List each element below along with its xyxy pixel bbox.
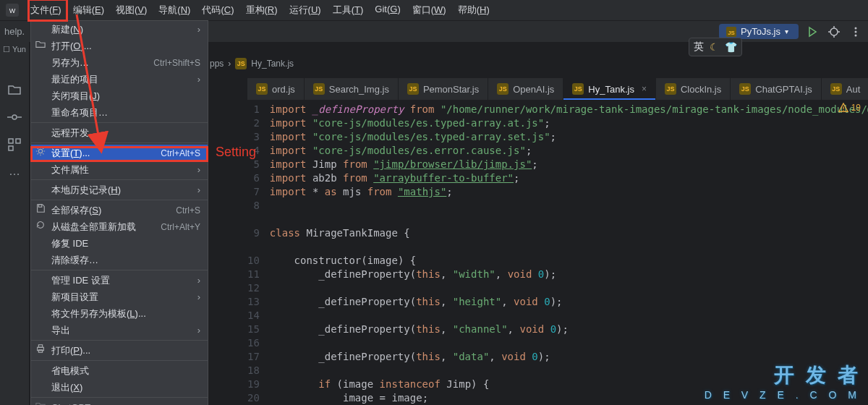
menubar: W 文件(F)编辑(E)视图(V)导航(N)代码(C)重构(R)运行(U)工具(… <box>0 0 868 20</box>
rail-project-label: ☐ Yun <box>0 45 29 54</box>
tab-PemonStar.js[interactable]: JSPemonStar.js <box>399 78 488 100</box>
menu-item-省电模式[interactable]: 省电模式 <box>31 362 208 379</box>
moon-icon[interactable]: ☾ <box>710 41 719 53</box>
menu-导航[interactable]: 导航(N) <box>153 1 196 20</box>
svg-rect-20 <box>38 205 41 208</box>
menu-item-ChatGPT[interactable]: ChatGPT <box>31 399 208 405</box>
breadcrumb-seg: pps <box>210 59 224 69</box>
menu-item-新项目设置[interactable]: 新项目设置› <box>31 289 208 305</box>
chevron-right-icon: › <box>197 275 200 286</box>
menu-item-导出[interactable]: 导出› <box>31 322 208 338</box>
tab-ord.js[interactable]: JSord.js <box>247 78 305 100</box>
menu-item-另存为…[interactable]: 另存为…Ctrl+Shift+S <box>31 54 208 71</box>
tab-Hy_Tank.js[interactable]: JSHy_Tank.js× <box>563 78 656 100</box>
debug-button[interactable] <box>826 24 842 40</box>
menu-item-全部保存[interactable]: 全部保存(S)Ctrl+S <box>31 202 208 218</box>
menu-item-从磁盘全部重新加载[interactable]: 从磁盘全部重新加载Ctrl+Alt+Y <box>31 218 208 235</box>
chevron-down-icon: ▾ <box>785 27 788 35</box>
menu-item-最近的项目[interactable]: 最近的项目› <box>31 71 208 88</box>
menu-item-清除缓存…[interactable]: 清除缓存… <box>31 252 208 268</box>
menu-代码[interactable]: 代码(C) <box>196 1 239 20</box>
menu-重构[interactable]: 重构(R) <box>240 1 284 20</box>
menu-item-将文件另存为模板[interactable]: 将文件另存为模板(L)... <box>31 305 208 322</box>
tab-label: Aut <box>846 84 861 95</box>
chevron-right-icon: › <box>197 291 200 302</box>
shirt-icon[interactable]: 👕 <box>725 41 737 53</box>
run-config-selector[interactable]: JS PyToJs.js ▾ <box>719 24 799 39</box>
tab-ClockIn.js[interactable]: JSClockIn.js <box>656 78 731 100</box>
svg-rect-16 <box>9 139 13 143</box>
js-file-icon: JS <box>572 83 584 95</box>
menu-separator <box>31 360 208 361</box>
js-file-icon: JS <box>665 83 676 95</box>
menu-item-退出[interactable]: 退出(X) <box>31 379 208 396</box>
watermark: 开 发 者 D E V Z E . C O M <box>705 362 861 401</box>
tab-label: Hy_Tank.js <box>588 84 634 95</box>
menu-视图[interactable]: 视图(V) <box>110 1 153 20</box>
ime-lang[interactable]: 英 <box>694 40 704 54</box>
ime-toolbar[interactable]: 英 ☾ 👕 <box>689 38 742 56</box>
more-button[interactable] <box>848 24 864 40</box>
menu-item-本地历史记录[interactable]: 本地历史记录(H)› <box>31 182 208 198</box>
menu-窗口[interactable]: 窗口(W) <box>407 1 452 20</box>
menu-separator <box>31 270 208 270</box>
chevron-right-icon: › <box>197 164 200 175</box>
js-file-icon: JS <box>497 83 509 95</box>
menu-item-重命名项目…[interactable]: 重命名项目… <box>31 104 208 121</box>
menu-separator <box>31 179 208 180</box>
project-name: help. <box>4 26 25 37</box>
menu-item-远程开发…[interactable]: 远程开发… <box>31 124 208 141</box>
js-file-icon: JS <box>739 83 751 95</box>
problems-count: 19 <box>851 103 861 113</box>
menu-item-关闭项目[interactable]: 关闭项目(J) <box>31 88 208 104</box>
close-icon[interactable]: × <box>642 84 647 94</box>
commit-tool-icon[interactable] <box>7 110 22 124</box>
menu-item-打开[interactable]: 打开(O)... <box>31 38 208 54</box>
svg-text:W: W <box>9 7 16 14</box>
tab-OpenAI.js[interactable]: JSOpenAI.js <box>488 78 563 100</box>
menu-文件[interactable]: 文件(F) <box>25 1 67 20</box>
reload-icon <box>35 220 47 231</box>
problems-indicator[interactable]: 19 <box>838 103 861 113</box>
menu-separator <box>31 340 208 341</box>
tab-label: ClockIn.js <box>681 84 721 95</box>
tab-Search_Img.js[interactable]: JSSearch_Img.js <box>305 78 399 100</box>
structure-tool-icon[interactable] <box>7 137 22 152</box>
menu-帮助[interactable]: 帮助(H) <box>452 1 495 20</box>
chevron-right-icon: › <box>197 74 200 85</box>
breadcrumb-file: Hy_Tank.js <box>251 59 294 69</box>
breadcrumb-path[interactable]: pps › JS Hy_Tank.js <box>210 58 294 69</box>
run-button[interactable] <box>804 24 820 40</box>
menu-编辑[interactable]: 编辑(E) <box>67 1 110 20</box>
code-area[interactable]: import _defineProperty from "/home/runne… <box>270 100 868 405</box>
menu-item-管理 IDE 设置[interactable]: 管理 IDE 设置› <box>31 272 208 289</box>
run-cluster: JS PyToJs.js ▾ <box>719 24 864 40</box>
tab-Aut[interactable]: JSAut <box>822 78 868 100</box>
tab-label: ChatGPTAI.js <box>755 84 812 95</box>
menu-工具[interactable]: 工具(T) <box>327 1 370 20</box>
menu-item-打印[interactable]: 打印(P)... <box>31 342 208 359</box>
js-file-icon: JS <box>407 83 419 95</box>
menu-item-文件属性[interactable]: 文件属性› <box>31 161 208 178</box>
js-file-icon: JS <box>235 58 247 69</box>
svg-point-5 <box>830 28 838 35</box>
svg-rect-18 <box>9 146 13 150</box>
chevron-right-icon: › <box>197 325 200 336</box>
menu-item-新建[interactable]: 新建(N)› <box>31 21 208 38</box>
tab-label: ord.js <box>272 84 295 95</box>
menu-item-修复 IDE[interactable]: 修复 IDE <box>31 235 208 252</box>
menu-item-设置[interactable]: 设置(T)...Ctrl+Alt+S <box>31 145 208 161</box>
menu-Git[interactable]: Git(G) <box>369 1 406 20</box>
menu-运行[interactable]: 运行(U) <box>284 1 327 20</box>
folder2-icon <box>35 401 47 405</box>
code-editor[interactable]: 123456789101112131415161718192021 import… <box>247 100 868 405</box>
tab-ChatGPTAI.js[interactable]: JSChatGPTAI.js <box>731 78 822 100</box>
project-tool-icon[interactable] <box>7 82 22 97</box>
editor-tabs: JSord.jsJSSearch_Img.jsJSPemonStar.jsJSO… <box>247 78 868 100</box>
more-tool-icon[interactable]: … <box>7 165 22 179</box>
svg-text:JS: JS <box>728 29 735 35</box>
svg-point-12 <box>855 34 857 36</box>
menu-separator <box>31 122 208 123</box>
svg-point-13 <box>12 115 17 119</box>
svg-point-19 <box>38 149 42 153</box>
